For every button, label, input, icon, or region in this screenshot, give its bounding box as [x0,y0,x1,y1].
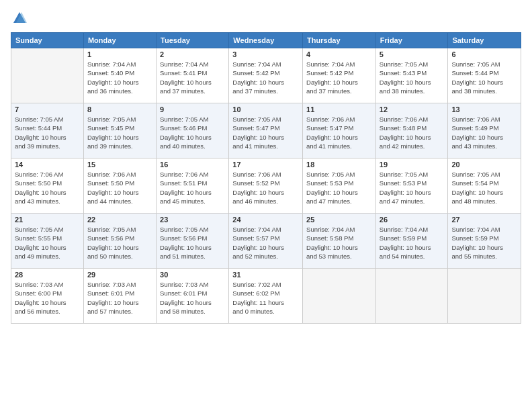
day-number: 25 [306,216,372,224]
day-info: Sunrise: 7:06 AM Sunset: 5:49 PM Dayligh… [451,115,517,150]
calendar-week-row: 28Sunrise: 7:03 AM Sunset: 6:00 PM Dayli… [11,269,521,324]
day-info: Sunrise: 7:05 AM Sunset: 5:56 PM Dayligh… [87,225,152,261]
day-info: Sunrise: 7:03 AM Sunset: 6:01 PM Dayligh… [160,280,225,316]
calendar-day-empty [448,269,521,324]
calendar-day-15: 15Sunrise: 7:06 AM Sunset: 5:50 PM Dayli… [83,158,156,214]
day-number: 2 [160,50,225,58]
day-number: 10 [232,105,299,113]
calendar-day-14: 14Sunrise: 7:06 AM Sunset: 5:50 PM Dayli… [11,158,84,214]
header-day-monday: Monday [83,33,156,48]
day-number: 17 [232,161,299,169]
day-info: Sunrise: 7:04 AM Sunset: 5:42 PM Dayligh… [232,60,299,95]
calendar-day-25: 25Sunrise: 7:04 AM Sunset: 5:58 PM Dayli… [303,214,376,269]
calendar-day-16: 16Sunrise: 7:06 AM Sunset: 5:51 PM Dayli… [157,158,229,214]
day-number: 30 [160,271,225,279]
day-number: 26 [380,216,445,224]
page: SundayMondayTuesdayWednesdayThursdayFrid… [0,0,532,411]
calendar-day-13: 13Sunrise: 7:06 AM Sunset: 5:49 PM Dayli… [448,103,521,158]
day-info: Sunrise: 7:04 AM Sunset: 5:42 PM Dayligh… [306,60,372,95]
calendar-day-28: 28Sunrise: 7:03 AM Sunset: 6:00 PM Dayli… [11,269,84,324]
calendar-day-31: 31Sunrise: 7:02 AM Sunset: 6:02 PM Dayli… [229,269,303,324]
calendar-day-8: 8Sunrise: 7:05 AM Sunset: 5:45 PM Daylig… [83,103,156,158]
header-day-tuesday: Tuesday [157,33,229,48]
day-info: Sunrise: 7:04 AM Sunset: 5:40 PM Dayligh… [87,60,152,95]
calendar-day-21: 21Sunrise: 7:05 AM Sunset: 5:55 PM Dayli… [11,214,84,269]
day-number: 20 [451,161,517,169]
day-number: 9 [160,105,225,113]
calendar-day-19: 19Sunrise: 7:05 AM Sunset: 5:53 PM Dayli… [375,158,448,214]
calendar-day-22: 22Sunrise: 7:05 AM Sunset: 5:56 PM Dayli… [83,214,156,269]
calendar-day-1: 1Sunrise: 7:04 AM Sunset: 5:40 PM Daylig… [83,48,156,103]
day-number: 5 [380,50,445,58]
day-info: Sunrise: 7:05 AM Sunset: 5:54 PM Dayligh… [451,170,517,205]
calendar-day-10: 10Sunrise: 7:05 AM Sunset: 5:47 PM Dayli… [229,103,303,158]
calendar-day-18: 18Sunrise: 7:05 AM Sunset: 5:53 PM Dayli… [303,158,376,214]
calendar-day-20: 20Sunrise: 7:05 AM Sunset: 5:54 PM Dayli… [448,158,521,214]
calendar-day-23: 23Sunrise: 7:05 AM Sunset: 5:56 PM Dayli… [157,214,229,269]
day-number: 27 [451,216,517,224]
header-day-friday: Friday [375,33,448,48]
day-info: Sunrise: 7:03 AM Sunset: 6:00 PM Dayligh… [15,280,80,316]
header-day-sunday: Sunday [11,33,84,48]
day-info: Sunrise: 7:05 AM Sunset: 5:55 PM Dayligh… [15,225,80,261]
day-number: 23 [160,216,225,224]
logo-icon [12,11,27,26]
header-day-wednesday: Wednesday [229,33,303,48]
day-info: Sunrise: 7:06 AM Sunset: 5:47 PM Dayligh… [306,115,372,150]
day-number: 7 [15,105,80,113]
day-info: Sunrise: 7:05 AM Sunset: 5:47 PM Dayligh… [232,115,299,150]
day-info: Sunrise: 7:02 AM Sunset: 6:02 PM Dayligh… [232,280,299,316]
day-info: Sunrise: 7:06 AM Sunset: 5:50 PM Dayligh… [15,170,80,205]
day-number: 3 [232,50,299,58]
day-info: Sunrise: 7:06 AM Sunset: 5:52 PM Dayligh… [232,170,299,205]
day-info: Sunrise: 7:04 AM Sunset: 5:59 PM Dayligh… [451,225,517,261]
day-number: 6 [451,50,517,58]
calendar-day-3: 3Sunrise: 7:04 AM Sunset: 5:42 PM Daylig… [229,48,303,103]
day-info: Sunrise: 7:05 AM Sunset: 5:46 PM Dayligh… [160,115,225,150]
day-number: 21 [15,216,80,224]
calendar-week-row: 21Sunrise: 7:05 AM Sunset: 5:55 PM Dayli… [11,214,521,269]
day-info: Sunrise: 7:05 AM Sunset: 5:44 PM Dayligh… [451,60,517,95]
calendar-day-27: 27Sunrise: 7:04 AM Sunset: 5:59 PM Dayli… [448,214,521,269]
calendar-day-9: 9Sunrise: 7:05 AM Sunset: 5:46 PM Daylig… [157,103,229,158]
calendar-day-4: 4Sunrise: 7:04 AM Sunset: 5:42 PM Daylig… [303,48,376,103]
day-number: 22 [87,216,152,224]
day-number: 1 [87,50,152,58]
day-number: 4 [306,50,372,58]
calendar-day-17: 17Sunrise: 7:06 AM Sunset: 5:52 PM Dayli… [229,158,303,214]
calendar-day-12: 12Sunrise: 7:06 AM Sunset: 5:48 PM Dayli… [375,103,448,158]
day-info: Sunrise: 7:05 AM Sunset: 5:56 PM Dayligh… [160,225,225,261]
day-number: 13 [451,105,517,113]
calendar-day-empty [11,48,84,103]
day-number: 11 [306,105,372,113]
calendar-day-11: 11Sunrise: 7:06 AM Sunset: 5:47 PM Dayli… [303,103,376,158]
calendar-day-empty [303,269,376,324]
day-number: 12 [380,105,445,113]
calendar-day-24: 24Sunrise: 7:04 AM Sunset: 5:57 PM Dayli… [229,214,303,269]
day-info: Sunrise: 7:06 AM Sunset: 5:51 PM Dayligh… [160,170,225,205]
calendar-week-row: 14Sunrise: 7:06 AM Sunset: 5:50 PM Dayli… [11,158,521,214]
day-info: Sunrise: 7:04 AM Sunset: 5:59 PM Dayligh… [380,225,445,261]
day-number: 15 [87,161,152,169]
day-info: Sunrise: 7:03 AM Sunset: 6:01 PM Dayligh… [87,280,152,316]
calendar-header-row: SundayMondayTuesdayWednesdayThursdayFrid… [11,33,521,48]
day-number: 29 [87,271,152,279]
header-day-saturday: Saturday [448,33,521,48]
calendar-day-6: 6Sunrise: 7:05 AM Sunset: 5:44 PM Daylig… [448,48,521,103]
day-number: 16 [160,161,225,169]
day-number: 19 [380,161,445,169]
day-info: Sunrise: 7:05 AM Sunset: 5:44 PM Dayligh… [15,115,80,150]
day-number: 8 [87,105,152,113]
logo [11,11,27,26]
day-info: Sunrise: 7:05 AM Sunset: 5:43 PM Dayligh… [380,60,445,95]
day-number: 24 [232,216,299,224]
day-info: Sunrise: 7:04 AM Sunset: 5:58 PM Dayligh… [306,225,372,261]
day-number: 18 [306,161,372,169]
day-info: Sunrise: 7:04 AM Sunset: 5:57 PM Dayligh… [232,225,299,261]
day-number: 14 [15,161,80,169]
calendar-day-5: 5Sunrise: 7:05 AM Sunset: 5:43 PM Daylig… [375,48,448,103]
day-info: Sunrise: 7:05 AM Sunset: 5:53 PM Dayligh… [380,170,445,205]
day-info: Sunrise: 7:05 AM Sunset: 5:45 PM Dayligh… [87,115,152,150]
calendar-day-7: 7Sunrise: 7:05 AM Sunset: 5:44 PM Daylig… [11,103,84,158]
day-info: Sunrise: 7:04 AM Sunset: 5:41 PM Dayligh… [160,60,225,95]
